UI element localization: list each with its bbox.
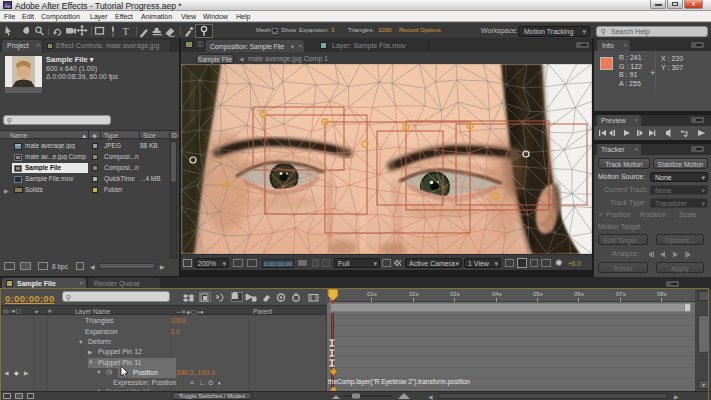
svg-text:T: T — [123, 26, 130, 37]
